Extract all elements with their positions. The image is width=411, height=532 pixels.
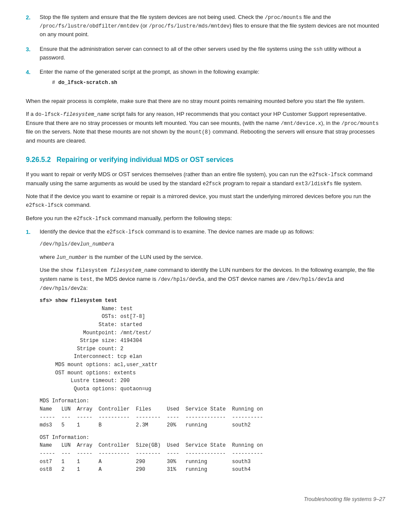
step-2: 2. Stop the file system and ensure that … [26,13,385,39]
code-obdfilter: /proc/fs/lustre/obdfilter/mntdev [40,23,139,29]
section-heading: 9.26.5.2 Repairing or verifying individu… [26,155,385,165]
para-1: When the repair process is complete, mak… [26,97,385,106]
code-e2fsck: e2fsck [202,181,221,187]
code-show-filesystem: show filesystem filesystem_name [60,268,156,274]
step-2-text: Stop the file system and ensure that the… [40,14,379,37]
section-title: Repairing or verifying individual MDS or… [56,156,234,163]
step-4-code: # do_lfsck-scratch.sh [40,79,385,87]
step-3: 3. Ensure that the administration server… [26,45,385,62]
step-3-body: Ensure that the administration server ca… [40,45,385,62]
footer-left [26,495,304,504]
section-number: 9.26.5.2 [26,156,51,163]
code-test: test [80,277,93,283]
code-do-lfsck: do-lfsck-filesystem_name [35,112,110,118]
code-bold-script: do_lfsck-scratch.sh [58,80,117,86]
page-content: 2. Stop the file system and ensure that … [26,13,385,503]
code-e2fsck-lfsck2: e2fsck-lfsck [26,202,63,208]
code-proc-mounts2: /proc/mounts [341,121,378,127]
code-e2fsck-lfsck1: e2fsck-lfsck [309,172,346,178]
code-dev1a: /dev/hpls/dev1a [286,277,333,283]
step-4: 4. Enter the name of the generated scrip… [26,68,385,91]
section-para-3: Before you run the e2fsck-lfsck command … [26,214,385,223]
code-proc-mounts: /proc/mounts [265,15,302,21]
footer: Troubleshooting file systems 9–27 [26,495,385,504]
code-mds-mntdev: /proc/fs/lustre/mds/mntdev [149,23,230,29]
mds-table: MDS Information: Name LUN Array Controll… [40,397,385,429]
command-block: sfs> show filesystem test Name: test OST… [40,297,385,393]
code-e2fsck-lfsck3: e2fsck-lfsck [74,216,111,222]
sfs-command: sfs> show filesystem test [40,298,117,304]
ost-table: OST Information: Name LUN Array Controll… [40,434,385,474]
step-3-num: 3. [26,45,34,62]
step-2-body: Stop the file system and ensure that the… [40,13,385,39]
main-step-1-num: 1. [26,227,34,478]
code-mnt-device: /mnt/device.x [281,121,321,127]
code-dev2a: /dev/hpls/dev2a [40,286,86,292]
step-3-text: Ensure that the administration server ca… [40,46,361,61]
code-mount8: mount(8) [186,129,211,135]
step-4-body: Enter the name of the generated script a… [40,68,385,91]
main-step-1-body: Identify the device that the e2fsck-lfsc… [40,227,385,478]
section-para-1: If you want to repair or verify MDS or O… [26,170,385,188]
section-para-2: Note that if the device you want to exam… [26,192,385,210]
step-2-num: 2. [26,13,34,39]
where-text: where lun_number is the number of the LU… [40,253,385,262]
code-e2fsck-lfsck4: e2fsck-lfsck [106,229,143,235]
device-path: /dev/hpls/devlun_numbera [40,240,385,249]
para-2: If a do-lfsck-filesystem_name script fai… [26,110,385,145]
code-dev5a: /dev/hpls/dev5a [158,277,204,283]
code-ext3: ext3/ldiskfs [296,181,333,187]
footer-right: Troubleshooting file systems 9–27 [304,495,385,504]
main-step-1: 1. Identify the device that the e2fsck-l… [26,227,385,478]
code-lun-number: lun_number [56,255,87,261]
step-4-text: Enter the name of the generated script a… [40,68,259,75]
step1-intro: Identify the device that the e2fsck-lfsc… [40,227,385,236]
code-ssh: ssh [313,47,323,53]
show-text: Use the show filesystem filesystem_name … [40,266,385,292]
step-4-num: 4. [26,68,34,91]
